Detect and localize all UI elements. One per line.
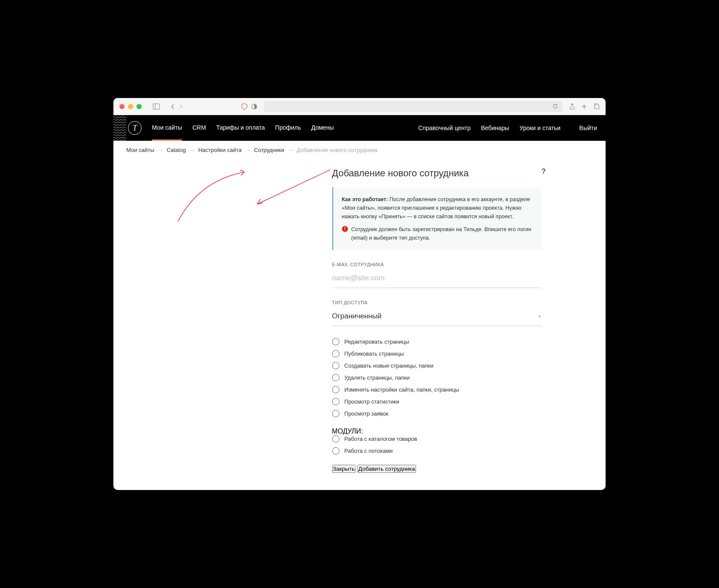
tabs-icon[interactable] xyxy=(593,103,600,110)
chevron-right-icon: → xyxy=(245,147,251,153)
breadcrumb-item[interactable]: Мои сайты xyxy=(126,147,154,153)
info-box: Как это работает: После добавления сотру… xyxy=(332,187,542,250)
permission-item[interactable]: Редактировать страницы xyxy=(332,338,542,345)
browser-chrome xyxy=(113,98,606,115)
nav-articles[interactable]: Уроки и статьи xyxy=(520,125,561,131)
nav-pricing[interactable]: Тарифы и оплата xyxy=(216,124,265,141)
modules-list: Работа с каталогом товаров Работа с пото… xyxy=(332,435,542,454)
breadcrumb-current: Добавление нового сотрудника xyxy=(297,147,377,153)
nav-crm[interactable]: CRM xyxy=(192,124,206,141)
share-icon[interactable] xyxy=(569,103,575,110)
breadcrumb-item[interactable]: Catalog xyxy=(166,147,186,153)
permission-item[interactable]: Просмотр статистики xyxy=(332,398,542,405)
permission-label: Редактировать страницы xyxy=(345,339,410,345)
access-select[interactable]: Ограниченный ▼ xyxy=(332,309,542,326)
permission-item[interactable]: Создавать новые страницы, папки xyxy=(332,362,542,369)
nav-my-sites[interactable]: Мои сайты xyxy=(152,124,182,141)
module-item[interactable]: Работа с потоками xyxy=(332,447,542,454)
module-label: Работа с каталогом товаров xyxy=(345,436,417,442)
permission-label: Просмотр статистики xyxy=(345,398,399,405)
permission-item[interactable]: Изменять настройки сайта, папки, страниц… xyxy=(332,386,542,393)
chevron-right-icon: → xyxy=(288,147,293,153)
radio-icon xyxy=(332,338,339,345)
app-topbar: T Мои сайты CRM Тарифы и оплата Профиль … xyxy=(113,115,606,141)
nav-webinars[interactable]: Вебинары xyxy=(481,125,509,131)
window-maximize-icon[interactable] xyxy=(137,104,142,109)
annotation-arrow-2 xyxy=(251,168,332,211)
radio-icon xyxy=(332,350,339,357)
permission-label: Просмотр заявок xyxy=(345,410,389,417)
permission-item[interactable]: Публиковать страницы xyxy=(332,350,542,357)
permissions-list: Редактировать страницы Публиковать стран… xyxy=(332,338,542,417)
radio-icon xyxy=(332,447,339,454)
permission-label: Удалять страницы, папки xyxy=(345,374,410,381)
chevron-right-icon: → xyxy=(189,147,195,153)
breadcrumb-item[interactable]: Настройки сайта xyxy=(198,147,241,153)
info-label: Как это работает: xyxy=(342,196,388,202)
module-item[interactable]: Работа с каталогом товаров xyxy=(332,435,542,442)
page-title: Добавление нового сотрудника xyxy=(332,168,542,179)
email-label: E-MAIL СОТРУДНИКА xyxy=(332,262,542,267)
traffic-lights xyxy=(119,104,142,109)
email-field[interactable] xyxy=(332,271,542,288)
radio-icon xyxy=(332,435,339,442)
radio-icon xyxy=(332,398,339,405)
logo[interactable]: T xyxy=(128,121,142,135)
permission-label: Публиковать страницы xyxy=(345,350,404,357)
back-icon[interactable] xyxy=(171,104,175,110)
svg-rect-0 xyxy=(153,104,160,109)
annotation-arrow-1 xyxy=(174,168,251,223)
nav-profile[interactable]: Профиль xyxy=(275,124,301,141)
svg-rect-3 xyxy=(595,105,599,109)
shield-icon[interactable] xyxy=(241,103,248,110)
breadcrumb-item[interactable]: Сотрудники xyxy=(254,147,284,153)
permission-item[interactable]: Удалять страницы, папки xyxy=(332,374,542,381)
close-button[interactable]: Закрыть xyxy=(332,465,356,473)
submit-button[interactable]: Добавить сотрудника xyxy=(357,465,416,473)
forward-icon[interactable] xyxy=(178,104,183,110)
url-bar[interactable] xyxy=(264,101,562,112)
modules-label: МОДУЛИ: xyxy=(332,428,542,435)
window-close-icon[interactable] xyxy=(119,104,125,109)
chevron-right-icon: → xyxy=(157,147,163,153)
privacy-icon[interactable] xyxy=(251,104,257,110)
module-label: Работа с потоками xyxy=(345,448,393,454)
info-warning-text: Сотрудник должен быть зарегистрирован на… xyxy=(351,225,533,242)
radio-icon xyxy=(332,374,339,381)
radio-icon xyxy=(332,410,339,417)
warning-icon: ! xyxy=(342,226,348,232)
radio-icon xyxy=(332,362,339,369)
radio-icon xyxy=(332,386,339,393)
browser-window: T Мои сайты CRM Тарифы и оплата Профиль … xyxy=(113,98,606,490)
sidebar-icon[interactable] xyxy=(153,104,160,110)
main-content: Добавление нового сотрудника Как это раб… xyxy=(113,159,606,490)
nav-help-center[interactable]: Справочный центр xyxy=(418,125,470,131)
window-minimize-icon[interactable] xyxy=(128,104,133,109)
access-label: ТИП ДОСТУПА xyxy=(332,300,542,305)
help-button[interactable]: ? xyxy=(542,168,546,473)
new-tab-icon[interactable] xyxy=(581,104,587,110)
reload-icon[interactable] xyxy=(553,104,558,109)
permission-item[interactable]: Просмотр заявок xyxy=(332,410,542,417)
nav-domains[interactable]: Домены xyxy=(311,124,334,141)
breadcrumb: Мои сайты → Catalog → Настройки сайта → … xyxy=(113,141,606,159)
permission-label: Создавать новые страницы, папки xyxy=(345,362,434,369)
permission-label: Изменять настройки сайта, папки, страниц… xyxy=(345,386,459,393)
nav-logout[interactable]: Выйти xyxy=(579,125,597,131)
access-value: Ограниченный xyxy=(332,312,382,321)
chevron-down-icon: ▼ xyxy=(538,314,542,319)
